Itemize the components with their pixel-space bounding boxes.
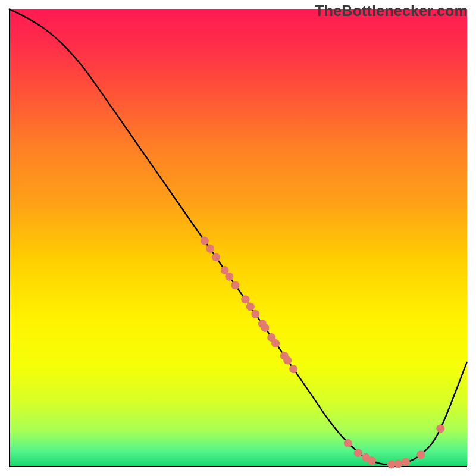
data-point [241, 295, 249, 303]
data-point [436, 424, 444, 433]
data-point [271, 339, 280, 347]
watermark-text: TheBottlenecker.com [315, 2, 468, 20]
scatter-points [201, 237, 445, 469]
data-point [201, 237, 209, 245]
bottleneck-curve [9, 9, 467, 465]
data-point [225, 273, 233, 281]
data-point [289, 365, 298, 373]
chart-overlay [9, 9, 467, 467]
data-point [231, 281, 239, 289]
data-point [402, 458, 410, 466]
data-point [416, 450, 425, 459]
data-point [368, 456, 376, 465]
plot-area [9, 9, 467, 467]
data-point [246, 303, 255, 311]
chart-container: TheBottlenecker.com [0, 0, 476, 476]
data-point [212, 253, 220, 261]
data-point [261, 324, 269, 332]
data-point [206, 245, 214, 253]
data-point [251, 310, 259, 318]
data-point [394, 460, 403, 468]
data-point [354, 449, 362, 457]
data-point [283, 356, 292, 365]
data-point [344, 439, 352, 447]
